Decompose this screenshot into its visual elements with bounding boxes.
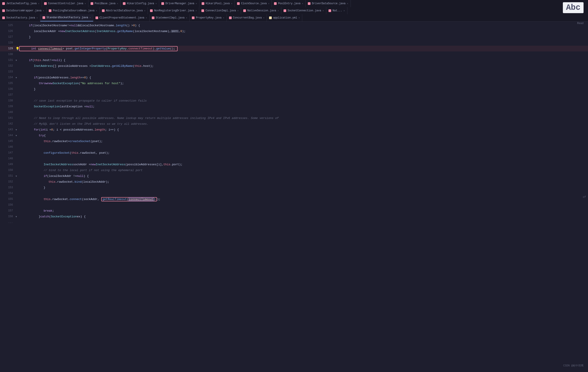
tab-nat[interactable]: Nat... ✕ [326,7,347,14]
tab-label: PoolEntry.java [278,2,300,5]
line-number-134: 134 [0,76,16,79]
tab-label: StatementImpl.java [156,16,185,19]
tab-nativesession[interactable]: NativeSession.java ✕ [241,7,281,14]
tab-close[interactable]: ✕ [186,16,187,19]
tab-hikariconfig[interactable]: HikariConfig.java ✕ [121,0,159,7]
tab-close[interactable]: ✕ [36,16,38,19]
tab-poolingdatasource[interactable]: PoolingDataSourceBean.java ✕ [46,7,99,14]
tab-datasourcewrapper[interactable]: DataSourceWrapper.java ✕ [0,7,46,14]
tab-close[interactable]: ✕ [302,2,303,5]
code-line-140: 140 [0,109,588,115]
code-line-141: 141 // Need to loop through all possible… [0,115,588,121]
tab-close[interactable]: ✕ [347,2,348,5]
tab-close[interactable]: ✕ [117,2,118,5]
tab-jetcache[interactable]: JetCacheConfig.java ✕ [0,0,42,7]
tab-connectionimpl[interactable]: ConnectionImpl.java ✕ [199,7,241,14]
tab-label: PoolingDataSourceBean.java [53,9,94,12]
tab-label: JetCacheConfig.java [6,2,37,5]
line-number-125: 125 [0,24,16,27]
tab-label: SocketFactory.java [6,16,35,19]
tab-row-2: DataSourceWrapper.java ✕ PoolingDataSour… [0,7,588,14]
line-number-137: 137 [0,93,16,97]
line-number-132: 132 [0,64,16,67]
tab-hikaripool[interactable]: HikariPool.java ✕ [200,0,235,7]
code-line-150: 150 // bind to the local port if not usi… [0,167,588,173]
java-icon [201,9,204,12]
tab-close[interactable]: ✕ [155,2,157,5]
line-number-126: 126 [0,30,16,33]
collapse-icon[interactable]: ▼ [16,216,17,218]
tab-close[interactable]: ✕ [89,16,91,19]
tab-drivermanager[interactable]: DriverManager.java ✕ [159,0,200,7]
collapse-icon[interactable]: ▼ [16,134,17,137]
tab-close[interactable]: ✕ [195,9,197,12]
tab-socketfactory[interactable]: SocketFactory.java ✕ [0,14,40,21]
tab-close[interactable]: ✕ [323,9,324,12]
line-number-159: ... [0,221,16,224]
tab-standardsocketfactory[interactable]: StandardSocketFactory.java ✕ [40,14,93,21]
tab-label: application.yml [273,16,297,19]
code-line-149: 149 InetSocketAddress sockAddr = new Ine… [0,162,588,167]
tab-label: DriverManager.java [165,2,194,5]
tab-close[interactable]: ✕ [237,9,239,12]
code-line-146: 146 [0,144,588,150]
code-line-134: 134 ▼ if (possibleAddresses.length == 0)… [0,75,588,80]
tab-clocksource[interactable]: ClockSource.java ✕ [235,0,272,7]
tab-close[interactable]: ✕ [223,16,224,19]
java-icon [2,16,5,19]
tab-applicationyml[interactable]: application.yml ✕ [267,14,302,21]
tab-abstractdatasource[interactable]: AbstractDataSource.java ✕ [100,7,148,14]
tab-close[interactable]: ✕ [268,2,269,5]
tab-poolbase[interactable]: PoolBase.java ✕ [88,0,121,7]
line-number-128: 128 [0,41,16,44]
tab-close[interactable]: ✕ [96,9,97,12]
code-line-129: 129 💡 int connectTimeout = pset.getInteg… [0,46,588,52]
tab-close[interactable]: ✕ [43,9,44,12]
tab-close[interactable]: ✕ [146,16,147,19]
tab-label: ConnectionImpl.java [205,9,236,12]
tab-nonregisteringdriver[interactable]: NonRegisteringDriver.java ✕ [148,7,199,14]
tab-driverdatasource[interactable]: DriverDataSource.java ✕ [305,0,351,7]
code-line-125: 125 if (localSocketHostname != null && l… [0,22,588,28]
tab-close[interactable]: ✕ [144,9,145,12]
tab-statementimpl[interactable]: StatementImpl.java ✕ [149,14,190,21]
tab-concurrentbag[interactable]: ConcurrentBag.java ✕ [227,14,267,21]
tab-close[interactable]: ✕ [263,16,264,19]
tab-clientpreparedstatement[interactable]: ClientPreparedStatement.java ✕ [93,14,149,21]
code-line-137: 137 [0,92,588,98]
code-line-148: 148 [0,156,588,162]
line-number-149: 149 [0,163,16,166]
code-line-156: 156 [0,202,588,208]
collapse-icon[interactable]: ▼ [16,59,17,62]
tab-label: NonRegisteringDriver.java [154,9,194,12]
collapse-icon[interactable]: ▼ [16,175,17,177]
tab-label: Nat... [333,9,342,12]
collapse-icon[interactable]: ▼ [16,77,17,79]
java-icon [237,2,240,5]
page-of-text: of [583,196,586,199]
line-number-144: 144 [0,134,16,137]
tab-label: DataSourceWrapper.java [6,9,42,12]
line-number-156: 156 [0,203,16,207]
line-number-150: 150 [0,169,16,172]
tab-close[interactable]: ✕ [84,2,86,5]
code-line-126: 126 localSockAddr = new InetSocketAddres… [0,28,588,34]
tab-poolentry[interactable]: PoolEntry.java ✕ [272,0,305,7]
tab-close[interactable]: ✕ [196,2,197,5]
code-line-132: 132 InetAddress[] possibleAddresses = In… [0,63,588,69]
code-line-155: 155 this.rawSocket.connect(sockAddr, get… [0,196,588,202]
collapse-icon[interactable]: ▼ [16,129,17,131]
code-line-157: 157 break; [0,208,588,214]
tab-close[interactable]: ✕ [278,9,279,12]
tab-label: HikariPool.java [206,2,230,5]
tab-close[interactable]: ✕ [298,16,300,19]
tab-propertykey[interactable]: PropertyKey.java ✕ [190,14,227,21]
tab-close[interactable]: ✕ [38,2,39,5]
tab-connectcontroller[interactable]: ConnectController.java ✕ [42,0,88,7]
tab-bar: JetCacheConfig.java ✕ ConnectController.… [0,0,588,22]
tab-close[interactable]: ✕ [231,2,232,5]
java-icon [161,2,164,5]
code-line-152: 152 this.rawSocket.bind(localSockAddr); [0,179,588,185]
tab-close[interactable]: ✕ [343,9,345,12]
tab-socketconnection[interactable]: SocketConnection.java ✕ [281,7,326,14]
